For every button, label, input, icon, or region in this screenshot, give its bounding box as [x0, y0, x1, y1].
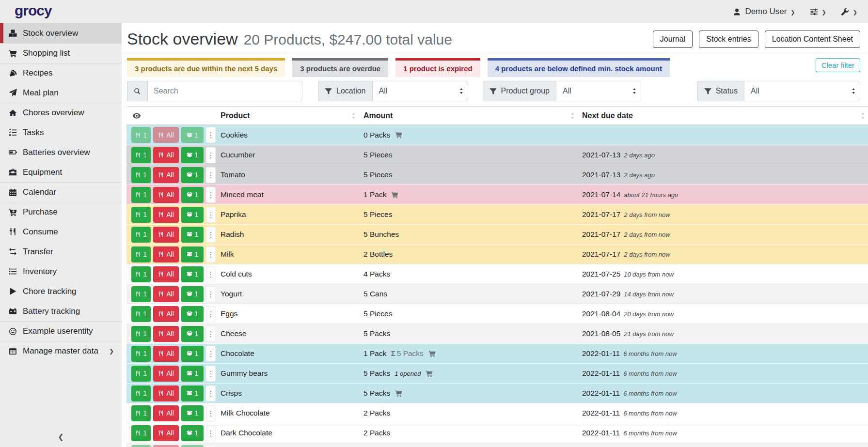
location-content-sheet-button[interactable]: Location Content Sheet [765, 31, 860, 48]
open-one-button[interactable]: 1 [181, 405, 204, 421]
journal-button[interactable]: Journal [653, 31, 693, 48]
consume-one-button[interactable]: 1 [131, 366, 151, 382]
row-menu-button[interactable]: ⋮ [206, 425, 216, 441]
product-group-select[interactable]: All [556, 81, 641, 101]
status-alert[interactable]: 4 products are below defined min. stock … [488, 58, 670, 77]
sidebar-item-example-userentity[interactable]: Example userentity [0, 321, 122, 341]
consume-one-button[interactable]: 1 [131, 167, 151, 183]
sidebar-item-recipes[interactable]: Recipes [0, 63, 122, 83]
row-menu-button[interactable]: ⋮ [206, 227, 216, 243]
open-one-button[interactable]: 1 [181, 425, 204, 441]
app-logo[interactable]: grocy [15, 3, 52, 20]
product-name[interactable]: Eggs [216, 309, 359, 318]
row-menu-button[interactable]: ⋮ [206, 445, 216, 447]
product-name[interactable]: Paprika [216, 210, 359, 219]
row-menu-button[interactable]: ⋮ [206, 207, 216, 223]
sidebar-item-stock-overview[interactable]: Stock overview [0, 23, 122, 43]
product-name[interactable]: Tomato [216, 170, 359, 179]
open-one-button[interactable]: 1 [181, 247, 204, 262]
consume-one-button[interactable]: 1 [131, 306, 151, 322]
consume-one-button[interactable]: 1 [131, 227, 151, 243]
clear-filter-button[interactable]: Clear filter [816, 58, 860, 72]
status-alert[interactable]: 1 product is expired [395, 58, 480, 77]
sidebar-item-tasks[interactable]: Tasks [0, 123, 122, 142]
open-one-button[interactable]: 1 [181, 266, 204, 282]
row-menu-button[interactable]: ⋮ [206, 167, 216, 183]
sidebar-item-purchase[interactable]: Purchase [0, 202, 122, 222]
consume-all-button[interactable]: All [153, 405, 179, 421]
open-one-button[interactable]: 1 [181, 207, 204, 223]
location-select[interactable]: All [372, 81, 468, 101]
consume-one-button[interactable]: 1 [131, 346, 151, 362]
product-name[interactable]: Minced meat [216, 190, 359, 199]
consume-one-button[interactable]: 1 [131, 445, 151, 447]
sort-icon[interactable] [861, 112, 865, 119]
sidebar-item-meal-plan[interactable]: Meal plan [0, 83, 122, 103]
sort-icon[interactable] [351, 112, 356, 119]
open-one-button[interactable]: 1 [181, 346, 204, 362]
product-name[interactable]: Crisps [216, 389, 359, 398]
consume-one-button[interactable]: 1 [131, 187, 151, 203]
consume-all-button[interactable]: All [153, 247, 179, 262]
open-one-button[interactable]: 1 [181, 306, 204, 322]
consume-all-button[interactable]: All [153, 207, 179, 223]
product-name[interactable]: Chocolate [216, 349, 359, 358]
status-select[interactable]: All [744, 81, 860, 101]
product-name[interactable]: Cold cuts [216, 270, 359, 278]
consume-one-button[interactable]: 1 [131, 326, 151, 342]
row-menu-button[interactable]: ⋮ [206, 326, 216, 342]
sidebar-item-chores-overview[interactable]: Chores overview [0, 103, 122, 123]
consume-all-button[interactable]: All [153, 445, 179, 447]
row-menu-button[interactable]: ⋮ [206, 306, 216, 322]
sidebar-item-batteries-overview[interactable]: Batteries overview [0, 142, 122, 162]
product-name[interactable]: Dark Chocolate [216, 429, 359, 437]
row-menu-button[interactable]: ⋮ [206, 346, 216, 362]
eye-icon[interactable] [126, 111, 141, 120]
row-menu-button[interactable]: ⋮ [206, 147, 216, 163]
status-alert[interactable]: 3 products are overdue [292, 58, 388, 77]
open-one-button[interactable]: 1 [181, 187, 204, 203]
consume-all-button[interactable]: All [153, 306, 179, 322]
sidebar-item-transfer[interactable]: Transfer [0, 242, 122, 262]
sort-icon[interactable] [570, 112, 575, 119]
consume-all-button[interactable]: All [153, 266, 179, 282]
open-one-button[interactable]: 1 [181, 385, 204, 401]
consume-one-button[interactable]: 1 [131, 247, 151, 262]
consume-one-button[interactable]: 1 [131, 147, 151, 163]
column-header-product[interactable]: Product [216, 107, 359, 124]
consume-one-button[interactable]: 1 [131, 127, 151, 143]
consume-one-button[interactable]: 1 [131, 207, 151, 223]
sidebar-item-equipment[interactable]: Equipment [0, 162, 122, 182]
consume-one-button[interactable]: 1 [131, 425, 151, 441]
consume-all-button[interactable]: All [153, 326, 179, 342]
row-menu-button[interactable]: ⋮ [206, 405, 216, 421]
consume-all-button[interactable]: All [153, 187, 179, 203]
sidebar-item-manage-master-data[interactable]: Manage master data❯ [0, 341, 122, 361]
settings-menu[interactable]: ❯ [810, 8, 826, 16]
open-one-button[interactable]: 1 [181, 445, 204, 447]
consume-all-button[interactable]: All [153, 346, 179, 362]
product-name[interactable]: Cookies [216, 131, 359, 139]
product-name[interactable]: Milk Chocolate [216, 409, 359, 417]
row-menu-button[interactable]: ⋮ [206, 187, 216, 203]
product-name[interactable]: Cucumber [216, 151, 359, 159]
consume-all-button[interactable]: All [153, 147, 179, 163]
open-one-button[interactable]: 1 [181, 326, 204, 342]
consume-all-button[interactable]: All [153, 425, 179, 441]
product-name[interactable]: Cheese [216, 329, 359, 338]
open-one-button[interactable]: 1 [181, 167, 204, 183]
open-one-button[interactable]: 1 [181, 366, 204, 382]
product-name[interactable]: Yogurt [216, 290, 359, 298]
status-alert[interactable]: 3 products are due within the next 5 day… [127, 58, 285, 77]
stock-entries-button[interactable]: Stock entries [699, 31, 758, 48]
column-header-amount[interactable]: Amount [359, 107, 578, 124]
sidebar-item-battery-tracking[interactable]: Battery tracking [0, 301, 122, 321]
consume-all-button[interactable]: All [153, 366, 179, 382]
product-name[interactable]: Gummy bears [216, 369, 359, 378]
column-header-next-due-date[interactable]: Next due date [578, 107, 868, 124]
consume-all-button[interactable]: All [153, 167, 179, 183]
sidebar-item-calendar[interactable]: Calendar [0, 182, 122, 202]
search-input[interactable] [147, 81, 302, 101]
consume-all-button[interactable]: All [153, 286, 179, 302]
consume-one-button[interactable]: 1 [131, 385, 151, 401]
